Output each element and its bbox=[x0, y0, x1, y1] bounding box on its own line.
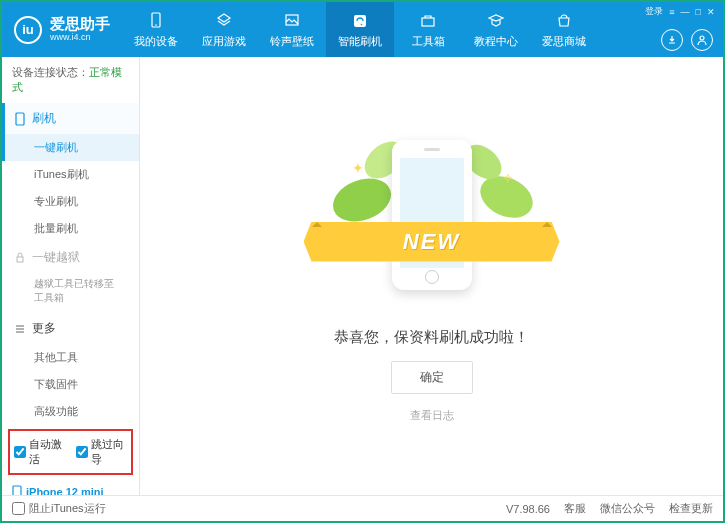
check-update-link[interactable]: 检查更新 bbox=[669, 501, 713, 516]
svg-rect-8 bbox=[13, 486, 21, 495]
nav-tutorial[interactable]: 教程中心 bbox=[462, 2, 530, 57]
maximize-icon[interactable]: □ bbox=[696, 7, 701, 17]
nav-flash[interactable]: 智能刷机 bbox=[326, 2, 394, 57]
view-log-link[interactable]: 查看日志 bbox=[410, 408, 454, 423]
close-icon[interactable]: ✕ bbox=[707, 7, 715, 17]
wechat-link[interactable]: 微信公众号 bbox=[600, 501, 655, 516]
sidebar-item-itunes[interactable]: iTunes刷机 bbox=[2, 161, 139, 188]
tutorial-icon bbox=[486, 11, 506, 31]
skip-guide-checkbox[interactable]: 跳过向导 bbox=[76, 437, 128, 467]
nav-store[interactable]: 爱思商城 bbox=[530, 2, 598, 57]
menu-icon[interactable]: ≡ bbox=[669, 7, 674, 17]
titlebar: iu 爱思助手 www.i4.cn 我的设备 应用游戏 铃声壁纸 智能刷机 工具… bbox=[2, 2, 723, 57]
phone-icon bbox=[12, 485, 22, 495]
phone-graphic bbox=[392, 140, 472, 290]
success-message: 恭喜您，保资料刷机成功啦！ bbox=[334, 328, 529, 347]
nav-toolbox[interactable]: 工具箱 bbox=[394, 2, 462, 57]
nav-ringtone[interactable]: 铃声壁纸 bbox=[258, 2, 326, 57]
nav-my-device[interactable]: 我的设备 bbox=[122, 2, 190, 57]
svg-point-5 bbox=[700, 36, 704, 40]
main-content: ✦ ✧ NEW 恭喜您，保资料刷机成功啦！ 确定 查看日志 bbox=[140, 57, 723, 495]
lock-icon bbox=[14, 252, 26, 264]
sidebar-item-pro[interactable]: 专业刷机 bbox=[2, 188, 139, 215]
device-panel[interactable]: iPhone 12 mini 64GB Down-12mini-13,1 bbox=[2, 479, 139, 495]
device-name: iPhone 12 mini bbox=[12, 485, 129, 495]
app-window: iu 爱思助手 www.i4.cn 我的设备 应用游戏 铃声壁纸 智能刷机 工具… bbox=[0, 0, 725, 523]
device-icon bbox=[146, 11, 166, 31]
new-ribbon: NEW bbox=[304, 222, 560, 262]
apps-icon bbox=[214, 11, 234, 31]
success-illustration: ✦ ✧ NEW bbox=[322, 130, 542, 310]
app-url: www.i4.cn bbox=[50, 33, 110, 43]
logo-icon: iu bbox=[14, 16, 42, 44]
statusbar: 阻止iTunes运行 V7.98.66 客服 微信公众号 检查更新 bbox=[2, 495, 723, 521]
sidebar-item-advanced[interactable]: 高级功能 bbox=[2, 398, 139, 425]
ok-button[interactable]: 确定 bbox=[391, 361, 473, 394]
svg-rect-3 bbox=[354, 15, 366, 27]
login-link[interactable]: 登录 bbox=[645, 5, 663, 18]
svg-point-1 bbox=[155, 24, 157, 26]
sidebar-item-other[interactable]: 其他工具 bbox=[2, 344, 139, 371]
svg-rect-6 bbox=[16, 113, 24, 125]
block-itunes-checkbox[interactable]: 阻止iTunes运行 bbox=[12, 501, 106, 516]
svg-rect-4 bbox=[422, 18, 434, 26]
jailbreak-note: 越狱工具已转移至 工具箱 bbox=[2, 273, 139, 313]
sparkle-icon: ✦ bbox=[352, 160, 364, 176]
store-icon bbox=[554, 11, 574, 31]
auto-activate-checkbox[interactable]: 自动激活 bbox=[14, 437, 66, 467]
user-icon[interactable] bbox=[691, 29, 713, 51]
download-icon[interactable] bbox=[661, 29, 683, 51]
sparkle-icon: ✧ bbox=[502, 170, 514, 186]
phone-icon bbox=[14, 112, 26, 126]
version-label: V7.98.66 bbox=[506, 503, 550, 515]
sidebar-section-jailbreak: 一键越狱 bbox=[2, 242, 139, 273]
sidebar-section-more[interactable]: 更多 bbox=[2, 313, 139, 344]
logo: iu 爱思助手 www.i4.cn bbox=[2, 16, 122, 44]
wallpaper-icon bbox=[282, 11, 302, 31]
nav-apps[interactable]: 应用游戏 bbox=[190, 2, 258, 57]
main-nav: 我的设备 应用游戏 铃声壁纸 智能刷机 工具箱 教程中心 爱思商城 bbox=[122, 2, 598, 57]
titlebar-controls: 登录 ≡ — □ ✕ bbox=[645, 5, 715, 18]
svg-rect-7 bbox=[17, 257, 23, 262]
support-link[interactable]: 客服 bbox=[564, 501, 586, 516]
sidebar: 设备连接状态：正常模式 刷机 一键刷机 iTunes刷机 专业刷机 批量刷机 一… bbox=[2, 57, 140, 495]
sidebar-item-firmware[interactable]: 下载固件 bbox=[2, 371, 139, 398]
connection-status: 设备连接状态：正常模式 bbox=[2, 57, 139, 103]
flash-icon bbox=[350, 11, 370, 31]
minimize-icon[interactable]: — bbox=[681, 7, 690, 17]
app-title: 爱思助手 bbox=[50, 16, 110, 33]
options-box: 自动激活 跳过向导 bbox=[8, 429, 133, 475]
sidebar-item-batch[interactable]: 批量刷机 bbox=[2, 215, 139, 242]
toolbox-icon bbox=[418, 11, 438, 31]
more-icon bbox=[14, 323, 26, 335]
sidebar-item-oneclick[interactable]: 一键刷机 bbox=[2, 134, 139, 161]
sidebar-section-flash[interactable]: 刷机 bbox=[2, 103, 139, 134]
